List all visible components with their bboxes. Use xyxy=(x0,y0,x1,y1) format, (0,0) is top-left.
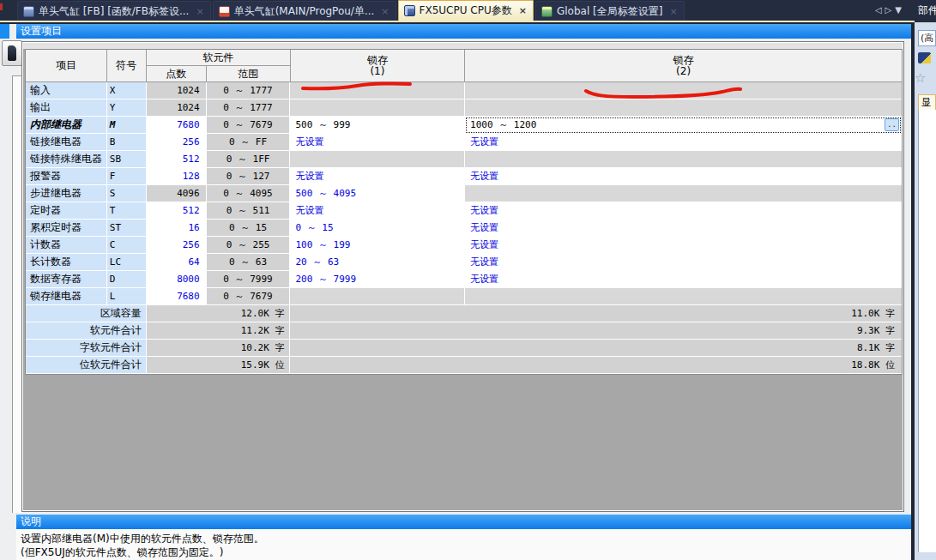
latch2-cell[interactable]: 无设置 xyxy=(465,202,902,220)
header-latch2: 锁存 (2) xyxy=(465,50,902,82)
header-device-group: 软元件 点数 范围 xyxy=(147,50,291,82)
range-cell: 0 ～ 1777 xyxy=(207,82,291,99)
summary-latch-value: 18.8K 位 xyxy=(290,357,902,374)
latch2-cell[interactable]: 1000 ～ 1200.. xyxy=(465,117,902,134)
points-cell[interactable]: 256 xyxy=(147,134,207,151)
table-row: 输入X10240 ～ 1777 xyxy=(26,82,902,99)
tab-close-icon[interactable]: × xyxy=(519,5,527,16)
summary-device-value: 15.9K 位 xyxy=(147,357,291,374)
header-device: 软元件 xyxy=(147,50,290,66)
tab-list-dropdown-icon[interactable]: ▼ xyxy=(895,5,905,15)
points-cell[interactable]: 16 xyxy=(147,220,207,237)
row-item-label: 长计数器 xyxy=(26,254,107,271)
points-cell[interactable]: 7680 xyxy=(147,288,207,305)
icon-cpu xyxy=(404,5,415,16)
summary-latch-value: 8.1K 字 xyxy=(290,340,902,357)
summary-latch-value: 11.0K 字 xyxy=(290,305,902,322)
description-section-header: 说明 xyxy=(16,515,911,529)
table-header-row: 项目 符号 软元件 点数 范围 锁存 (1) 锁存 (2) xyxy=(26,50,902,82)
latch1-cell xyxy=(290,288,465,305)
latch2-cell xyxy=(465,185,902,202)
search-icon[interactable] xyxy=(918,52,931,63)
latch1-cell[interactable]: 无设置 xyxy=(290,202,465,220)
latch2-cell[interactable]: 无设置 xyxy=(465,134,902,151)
table-summary: 区域容量12.0K 字11.0K 字软元件合计11.2K 字9.3K 字字软元件… xyxy=(26,305,902,374)
header-range: 范围 xyxy=(207,66,290,81)
latch1-cell[interactable]: 200 ～ 7999 xyxy=(290,271,465,288)
header-points: 点数 xyxy=(147,66,207,81)
latch1-cell[interactable]: 无设置 xyxy=(290,134,465,151)
points-cell[interactable]: 128 xyxy=(147,168,207,185)
points-cell: 1024 xyxy=(147,99,207,117)
table-row: 长计数器LC640 ～ 6320 ～ 63无设置 xyxy=(26,254,902,271)
latch1-cell xyxy=(290,99,465,117)
icon-fb xyxy=(23,6,34,17)
right-panel-tab[interactable]: 显 xyxy=(918,94,936,110)
table-row: 链接特殊继电器SB5120 ～ 1FF xyxy=(26,151,902,168)
latch2-cell xyxy=(465,151,902,168)
latch1-cell xyxy=(290,151,465,168)
latch2-cell[interactable]: 无设置 xyxy=(465,254,902,271)
favorites-star-icon[interactable]: ☆ xyxy=(915,70,926,86)
document-tab-bar: 单头气缸 [FB] [函数/FB标签设...×单头气缸(MAIN/ProgPou… xyxy=(0,0,915,22)
table-row: 锁存继电器L76800 ～ 7679 xyxy=(26,288,902,305)
tab-close-icon[interactable]: × xyxy=(381,6,389,17)
row-symbol: B xyxy=(107,134,147,151)
description-line1: 设置内部继电器(M)中使用的软元件点数、锁存范围。 xyxy=(21,532,911,545)
device-settings-table: 项目 符号 软元件 点数 范围 锁存 (1) 锁存 (2) 输入X10240 ～… xyxy=(25,49,903,375)
tab-fb-label-setting[interactable]: 单头气缸 [FB] [函数/FB标签设...× xyxy=(17,1,211,21)
latch2-cell xyxy=(465,82,902,99)
row-item-label: 输入 xyxy=(26,82,107,99)
points-cell[interactable]: 256 xyxy=(147,237,207,254)
tab-cpu-parameter[interactable]: FX5UCPU CPU参数× xyxy=(398,0,534,21)
table-body: 输入X10240 ～ 1777输出Y10240 ～ 1777内部继电器M7680… xyxy=(26,82,902,305)
latch1-cell[interactable]: 100 ～ 199 xyxy=(290,237,465,254)
tab-label: 单头气缸(MAIN/ProgPou/单... xyxy=(234,4,375,19)
tab-global-label[interactable]: Global [全局标签设置]× xyxy=(535,1,685,21)
summary-label: 区域容量 xyxy=(26,305,147,322)
table-row: 输出Y10240 ～ 1777 xyxy=(26,99,902,117)
row-symbol: L xyxy=(107,288,147,305)
description-line2: (但FX5UJ的软元件点数、锁存范围为固定。) xyxy=(21,545,911,559)
points-cell[interactable]: 512 xyxy=(147,151,207,168)
points-cell[interactable]: 8000 xyxy=(147,271,207,288)
latch1-cell[interactable]: 无设置 xyxy=(290,168,465,185)
tab-close-icon[interactable]: × xyxy=(669,6,677,17)
latch2-cell xyxy=(465,99,902,117)
display-target-combobox[interactable]: (高 xyxy=(918,30,936,46)
row-symbol: X xyxy=(107,82,147,99)
range-cell: 0 ～ 15 xyxy=(207,220,291,237)
points-cell[interactable]: 64 xyxy=(147,254,207,271)
row-item-label: 链接特殊继电器 xyxy=(26,151,107,168)
tab-scroll-right-icon[interactable]: ▷ xyxy=(885,5,896,15)
latch1-cell[interactable]: 0 ～ 15 xyxy=(290,220,465,237)
range-cell: 0 ～ 7999 xyxy=(207,271,291,288)
tab-scroll-left-icon[interactable]: ◁ xyxy=(875,5,885,15)
latch2-cell[interactable]: 无设置 xyxy=(465,237,902,254)
tab-close-icon[interactable]: × xyxy=(196,6,203,17)
range-cell: 0 ～ 7679 xyxy=(207,117,291,134)
summary-device-value: 11.2K 字 xyxy=(147,322,291,340)
points-cell[interactable]: 512 xyxy=(147,202,207,220)
description-text: 设置内部继电器(M)中使用的软元件点数、锁存范围。 (但FX5UJ的软元件点数、… xyxy=(16,529,911,560)
latch2-cell[interactable]: 无设置 xyxy=(465,271,902,288)
row-symbol: F xyxy=(107,168,147,185)
points-cell: 1024 xyxy=(147,82,207,99)
row-item-label: 数据寄存器 xyxy=(26,271,107,288)
latch2-cell xyxy=(465,288,902,305)
left-tool-button[interactable] xyxy=(2,40,22,66)
tab-main-progpou[interactable]: 单头气缸(MAIN/ProgPou/单...× xyxy=(213,1,396,21)
latch2-cell[interactable]: 无设置 xyxy=(465,168,902,185)
points-cell[interactable]: 7680 xyxy=(147,117,207,134)
row-symbol: S xyxy=(107,185,147,202)
tab-label: 单头气缸 [FB] [函数/FB标签设... xyxy=(39,4,189,19)
latch2-cell[interactable]: 无设置 xyxy=(465,220,902,237)
table-row: 内部继电器M76800 ～ 7679500 ～ 9991000 ～ 1200.. xyxy=(26,117,902,134)
latch1-cell[interactable]: 500 ～ 4095 xyxy=(290,185,465,202)
summary-label: 位软元件合计 xyxy=(26,357,147,374)
latch1-cell[interactable]: 20 ～ 63 xyxy=(290,254,465,271)
browse-button[interactable]: .. xyxy=(885,118,899,131)
row-item-label: 定时器 xyxy=(26,202,107,220)
latch1-cell[interactable]: 500 ～ 999 xyxy=(290,117,465,134)
icon-prog xyxy=(219,6,230,17)
